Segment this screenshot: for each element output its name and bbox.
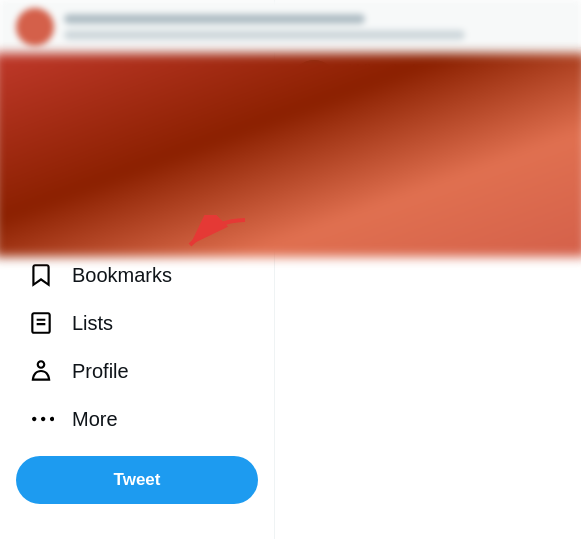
feed-row-blurred [275, 0, 581, 55]
feed-text-blurred [275, 14, 565, 40]
main-content: Home What's happening? [275, 0, 581, 539]
feed-image-blurred [275, 53, 581, 257]
feed-bar-2 [275, 30, 465, 40]
feed-area [275, 0, 581, 539]
feed-bar-1 [275, 14, 365, 24]
